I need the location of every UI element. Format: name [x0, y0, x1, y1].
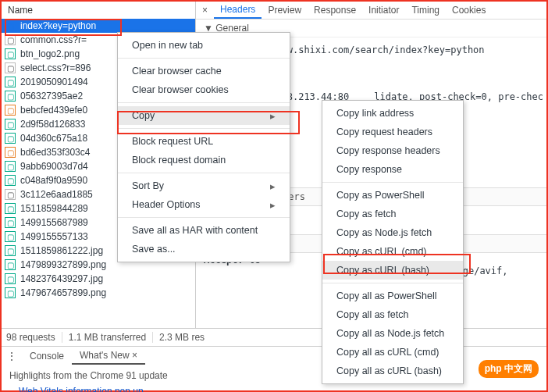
file-type-icon: ▢ — [5, 105, 16, 116]
request-name: 2d9f58d126833 — [20, 119, 85, 130]
file-type-icon: ▢ — [5, 231, 16, 242]
close-icon[interactable]: × — [196, 5, 214, 16]
ctx-copy-all-powershell[interactable]: Copy all as PowerShell — [322, 287, 463, 305]
request-name: 1511859844289 — [20, 203, 88, 214]
ctx-save-as[interactable]: Save as... — [118, 240, 290, 258]
tab-initiator[interactable]: Initiator — [362, 2, 405, 18]
file-type-icon: ▢ — [5, 189, 16, 200]
ctx-copy-powershell[interactable]: Copy as PowerShell — [322, 186, 463, 205]
ctx-copy[interactable]: Copy — [118, 106, 290, 125]
request-name: select.css?r=896 — [20, 62, 91, 73]
request-name: index?key=python — [20, 20, 96, 31]
context-menu-copy: Copy link address Copy request headers C… — [322, 100, 464, 384]
file-type-icon: ▢ — [5, 175, 16, 186]
request-name: 1479899327899.png — [20, 259, 106, 270]
context-menu-request: Open in new tab Clear browser cache Clea… — [117, 32, 290, 262]
request-name: btn_logo2.png — [20, 48, 80, 59]
file-type-icon: ▢ — [5, 287, 16, 298]
file-type-icon: ▢ — [5, 161, 16, 172]
ctx-copy-link[interactable]: Copy link address — [322, 104, 463, 123]
ctx-copy-all-curl-cmd[interactable]: Copy all as cURL (cmd) — [322, 343, 463, 362]
request-name: 1499155557133 — [20, 231, 88, 242]
ctx-copy-response[interactable]: Copy response — [322, 160, 463, 179]
drawer-tab-whatsnew[interactable]: What's New × — [72, 347, 145, 365]
ctx-clear-cache[interactable]: Clear browser cache — [118, 62, 290, 80]
ctx-clear-cookies[interactable]: Clear browser cookies — [118, 80, 290, 99]
drawer-panel: ⋮ Console What's New × Highlights from t… — [2, 346, 546, 392]
status-requests: 98 requests — [6, 332, 62, 343]
request-name: 1482376439297.jpg — [20, 273, 103, 284]
file-type-icon: ▢ — [5, 77, 16, 87]
file-type-icon: ▢ — [5, 62, 16, 73]
request-name: 3c112e6aad1885 — [20, 189, 93, 200]
request-row[interactable]: ▢index?key=python — [2, 19, 195, 33]
request-name: 1479674657899.png — [20, 287, 106, 298]
ctx-open-new-tab[interactable]: Open in new tab — [118, 36, 290, 55]
status-resources: 2.3 MB res — [159, 332, 211, 343]
file-type-icon: ▢ — [5, 203, 16, 214]
file-type-icon: ▢ — [5, 48, 16, 59]
tab-response[interactable]: Response — [308, 2, 362, 18]
request-name: c048af9f0a9590 — [20, 175, 87, 186]
tab-preview[interactable]: Preview — [262, 2, 308, 18]
file-type-icon: ▢ — [5, 91, 16, 102]
ctx-sort-by[interactable]: Sort By — [118, 176, 290, 195]
network-status-bar: 98 requests 1.1 MB transferred 2.3 MB re… — [2, 328, 546, 346]
drawer-link-web-vitals[interactable]: Web Vitals information pop up — [19, 386, 546, 392]
ctx-copy-fetch[interactable]: Copy as fetch — [322, 205, 463, 223]
request-name: 056327395ae2 — [20, 91, 83, 102]
status-transferred: 1.1 MB transferred — [69, 332, 153, 343]
file-type-icon: ▢ — [5, 273, 16, 284]
drawer-tab-console[interactable]: Console — [22, 348, 72, 364]
column-header-name[interactable]: Name — [2, 2, 195, 19]
ctx-copy-all-curl-bash[interactable]: Copy all as cURL (bash) — [322, 362, 463, 380]
request-name: 1511859861222.jpg — [20, 245, 103, 256]
tab-headers[interactable]: Headers — [214, 2, 262, 19]
ctx-block-domain[interactable]: Block request domain — [118, 151, 290, 169]
drawer-highlights: Highlights from the Chrome 91 update — [2, 365, 546, 386]
ctx-save-har[interactable]: Save all as HAR with content — [118, 221, 290, 240]
ctx-header-options[interactable]: Header Options — [118, 195, 290, 214]
drawer-menu-icon[interactable]: ⋮ — [2, 350, 22, 362]
file-type-icon: ▢ — [5, 133, 16, 144]
ctx-copy-all-nodejs[interactable]: Copy all as Node.js fetch — [322, 324, 463, 343]
ctx-copy-resp-headers[interactable]: Copy response headers — [322, 141, 463, 160]
file-type-icon: ▢ — [5, 217, 16, 228]
request-name: bd6ed353f303c4 — [20, 147, 90, 158]
file-type-icon: ▢ — [5, 245, 16, 256]
request-name: common.css?r= — [20, 34, 87, 45]
file-type-icon: ▢ — [5, 34, 16, 45]
tab-timing[interactable]: Timing — [405, 2, 446, 18]
ctx-copy-nodejs[interactable]: Copy as Node.js fetch — [322, 223, 463, 242]
ctx-copy-all-fetch[interactable]: Copy all as fetch — [322, 305, 463, 324]
tab-cookies[interactable]: Cookies — [446, 2, 492, 18]
request-name: 2019050901494 — [20, 77, 88, 87]
request-name: bebcfed439efe0 — [20, 105, 87, 116]
details-tabs: × Headers Preview Response Initiator Tim… — [196, 2, 546, 20]
ctx-copy-curl-cmd[interactable]: Copy as cURL (cmd) — [322, 242, 463, 261]
request-name: 04d360c675a18 — [20, 133, 87, 144]
ctx-block-url[interactable]: Block request URL — [118, 132, 290, 151]
file-type-icon: ▢ — [5, 259, 16, 270]
file-type-icon: ▢ — [5, 20, 16, 31]
request-row[interactable]: ▢1482376439297.jpg — [2, 272, 195, 286]
ctx-copy-req-headers[interactable]: Copy request headers — [322, 123, 463, 141]
request-name: 9abb69003d7d4 — [20, 161, 88, 172]
watermark-badge: php 中文网 — [479, 360, 539, 378]
ctx-copy-curl-bash[interactable]: Copy as cURL (bash) — [322, 261, 463, 280]
file-type-icon: ▢ — [5, 119, 16, 130]
request-row[interactable]: ▢1479674657899.png — [2, 286, 195, 300]
request-name: 1499155687989 — [20, 217, 88, 228]
file-type-icon: ▢ — [5, 147, 16, 158]
